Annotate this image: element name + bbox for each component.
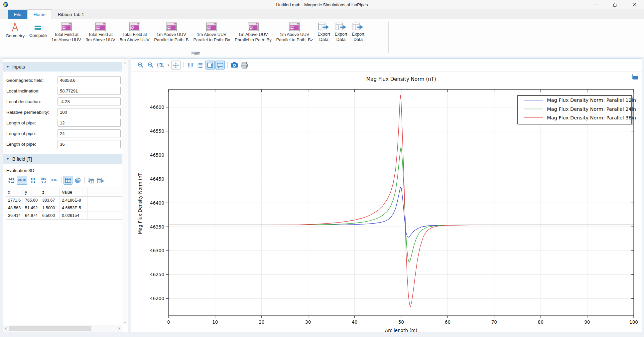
chart-title: Mag Flux Density Norm (nT) — [366, 76, 436, 82]
collapse-triangle-icon: ▼ — [6, 65, 9, 69]
format-button-0-85[interactable]: 0.85 — [49, 176, 59, 185]
tooltip-toggle-icon — [217, 62, 223, 69]
ribbon-button-export-data-10[interactable]: ExportData — [332, 21, 350, 43]
format-button-8-85[interactable]: 8.85e-12 — [6, 176, 16, 185]
zoom-extents-button[interactable] — [171, 61, 181, 70]
ribbon-button-total-field-at-5m-above-uuv-4[interactable]: Total Field at5m Above UUV — [118, 21, 152, 43]
zoom-out-button[interactable] — [146, 61, 155, 70]
table-cell: 765.60 — [23, 197, 40, 204]
ribbon-button-export-data-11[interactable]: ExportData — [349, 21, 367, 43]
scroll-down-icon[interactable] — [123, 319, 127, 323]
ribbon-button-label: 1m Above UUVParallel to Path: Bz — [276, 32, 313, 42]
input-row-length-of-pipe-6: Length of pipe: — [3, 139, 122, 149]
table-cell: 0.026154 — [60, 212, 87, 220]
format-button-auto[interactable]: AUTO — [17, 176, 27, 185]
input-field-length-of-pipe-5[interactable] — [58, 129, 121, 137]
table-row[interactable]: 48.56351.4921.50004.6653E-5 — [6, 204, 122, 212]
vertical-scrollbar[interactable] — [122, 59, 128, 325]
input-label: Length of pipe: — [6, 142, 58, 147]
restore-button[interactable] — [605, 0, 625, 9]
tooltip-toggle-button[interactable] — [215, 61, 225, 70]
y-tick-label: 46250 — [150, 272, 164, 277]
table-header-cell[interactable]: y — [23, 188, 40, 197]
table-cell: 383.67 — [40, 197, 60, 204]
ribbon-button-1m-above-uuv-parallel-to-path-bz-8[interactable]: 1m Above UUVParallel to Path: Bz — [274, 21, 316, 43]
bfield-section-title: B field [T] — [12, 156, 32, 162]
scroll-right-icon[interactable] — [116, 325, 122, 332]
y-grid-icon — [197, 62, 203, 69]
ribbon-button-geometry-0[interactable]: Geometry — [3, 21, 27, 39]
horizontal-scrollbar[interactable] — [3, 325, 122, 332]
ribbon-button-export-data-9[interactable]: ExportData — [315, 21, 332, 43]
format-button-text: AUTO — [18, 179, 26, 182]
ribbon-button-label: 1m Above UUVParallel to Path: B — [154, 32, 189, 42]
zoom-in-button[interactable] — [136, 61, 145, 70]
input-field-local-inclination-1[interactable] — [58, 87, 121, 95]
ribbon-button-total-field-at-1m-above-uuv-2[interactable]: Total Field at1m Above UUV — [49, 21, 83, 43]
legend-toggle-button[interactable] — [205, 61, 215, 70]
y-tick-label: 46200 — [150, 296, 164, 301]
format-button-text: e-1 — [31, 180, 35, 184]
x-tick-label: 30 — [305, 319, 311, 325]
table-header-cell[interactable]: z — [40, 188, 60, 197]
input-field-local-declination-2[interactable] — [58, 97, 121, 105]
tab-home[interactable]: Home — [27, 9, 52, 20]
table-header-cell[interactable]: Value — [60, 188, 87, 197]
input-field-geomagnetic-field-0[interactable] — [58, 76, 121, 84]
scroll-up-icon[interactable] — [123, 61, 127, 65]
table-cell: 2.4186E-8 — [60, 197, 87, 204]
print-button[interactable] — [240, 61, 249, 70]
legend-entry-label: Mag Flux Density Norm: Parallel 36in — [547, 115, 636, 120]
ribbon-button-total-field-at-3m-above-uuv-3[interactable]: Total Field at3m Above UUV — [83, 21, 118, 43]
y-tick-label: 46500 — [150, 152, 164, 158]
zoom-extents-icon — [173, 62, 179, 69]
ribbon-button-label: 1m Above UUVParallel to Path: By — [235, 32, 272, 42]
input-field-length-of-pipe-4[interactable] — [58, 119, 121, 127]
zoom-box-button[interactable] — [156, 61, 165, 70]
input-field-relative-permeability-3[interactable] — [58, 108, 121, 116]
x-grid-button[interactable] — [186, 61, 195, 70]
y-tick-label: 46550 — [150, 128, 164, 134]
export-table-button[interactable] — [96, 176, 105, 185]
input-field-length-of-pipe-6[interactable] — [58, 140, 121, 148]
export-data-icon — [335, 22, 347, 31]
caret-down-button[interactable] — [166, 61, 171, 69]
results-table: xyzValue 2771.6765.60383.672.4186E-848.5… — [6, 188, 122, 220]
inputs-section-header[interactable]: ▼ Inputs — [3, 62, 122, 72]
table-row[interactable]: 36.41464.9746.50000.026154 — [6, 212, 122, 220]
ribbon-button-compute-1[interactable]: Compute — [27, 21, 49, 39]
chart-legend[interactable]: Mag Flux Density Norm: Parallel 12inMag … — [518, 95, 636, 125]
equals-icon — [33, 22, 43, 33]
minimize-button[interactable] — [586, 0, 605, 9]
legend-toggle-icon — [207, 62, 213, 69]
camera-button[interactable] — [230, 61, 239, 70]
close-button[interactable] — [625, 0, 644, 9]
tab-file[interactable]: File — [8, 10, 27, 19]
scrollbar-thumb[interactable] — [9, 326, 91, 331]
collapse-triangle-icon: ▼ — [6, 157, 9, 161]
ribbon-button-1m-above-uuv-parallel-to-path-bx-6[interactable]: 1m Above UUVParallel to Path: Bx — [191, 21, 233, 43]
globe-button[interactable] — [73, 176, 82, 185]
ribbon-group-separator — [388, 22, 389, 53]
table-header-cell[interactable]: x — [6, 188, 23, 197]
tab-ribbon-tab-1[interactable]: Ribbon Tab 1 — [52, 10, 90, 19]
format-button-850[interactable]: 850e-3 — [39, 176, 49, 185]
ribbon-button-label: Geometry — [6, 33, 25, 39]
ribbon-button-1m-above-uuv-parallel-to-path-by-7[interactable]: 1m Above UUVParallel to Path: By — [232, 21, 274, 43]
caret-down-icon — [167, 64, 170, 67]
scroll-left-icon[interactable] — [3, 325, 9, 332]
scrollbar-track[interactable] — [9, 325, 116, 332]
table-cell — [87, 212, 122, 220]
format-button-text: e-3 — [42, 180, 46, 184]
table-header-cell — [87, 188, 122, 197]
y-tick-label: 46400 — [150, 200, 164, 206]
ribbon-button-1m-above-uuv-parallel-to-path-b-5[interactable]: 1m Above UUVParallel to Path: B — [152, 21, 191, 43]
table-row[interactable]: 2771.6765.60383.672.4186E-8 — [6, 197, 122, 204]
table-cell: 1.5000 — [40, 204, 60, 212]
toolbar-separator — [227, 62, 228, 68]
y-grid-button[interactable] — [195, 61, 205, 70]
format-button-8-5[interactable]: 8.5e-1 — [28, 176, 38, 185]
copy-table-button[interactable] — [86, 176, 95, 185]
table-button[interactable] — [64, 176, 72, 185]
bfield-section-header[interactable]: ▼ B field [T] — [3, 154, 122, 164]
